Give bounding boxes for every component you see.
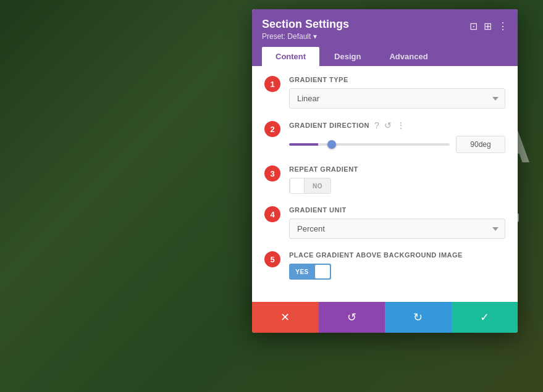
gradient-type-content: Gradient Type Linear Radial Conic [289,76,505,109]
slider-row [289,136,505,153]
more-options-icon[interactable]: ⋮ [498,20,508,32]
preset-selector[interactable]: Preset: Default ▾ [262,32,349,41]
modal-footer: ✕ ↺ ↻ ✓ [252,302,518,333]
place-gradient-content: Place Gradient Above Background Image YE… [289,251,505,280]
gradient-direction-field: 2 Gradient Direction ? ↺ ⋮ [264,121,505,153]
repeat-gradient-toggle[interactable]: NO [289,178,331,194]
toggle-no-label: NO [305,178,330,193]
gradient-direction-content: Gradient Direction ? ↺ ⋮ [289,121,505,153]
tab-design[interactable]: Design [321,47,374,66]
place-gradient-field: 5 Place Gradient Above Background Image … [264,251,505,280]
repeat-gradient-label: Repeat Gradient [289,165,505,173]
place-gradient-toggle-row: YES [289,264,505,280]
preset-arrow-icon: ▾ [313,32,317,41]
gradient-unit-select[interactable]: Percent Pixel [289,219,505,239]
help-icon[interactable]: ? [374,121,379,130]
modal-content: 1 Gradient Type Linear Radial Conic 2 Gr… [252,66,518,302]
step-badge-2: 2 [264,121,280,137]
gradient-type-field: 1 Gradient Type Linear Radial Conic [264,76,505,109]
toggle-active-thumb [315,265,330,278]
step-badge-1: 1 [264,76,280,92]
repeat-gradient-content: Repeat Gradient NO [289,165,505,194]
repeat-gradient-field: 3 Repeat Gradient NO [264,165,505,194]
place-gradient-toggle[interactable]: YES [289,264,331,280]
gradient-unit-field: 4 Gradient Unit Percent Pixel [264,206,505,239]
step-badge-3: 3 [264,165,280,181]
step-badge-4: 4 [264,206,280,222]
save-button[interactable]: ✓ [452,302,518,333]
reset-icon[interactable]: ↺ [384,121,392,130]
step-col-2: 2 [264,121,285,137]
gradient-direction-label-row: Gradient Direction ? ↺ ⋮ [289,121,505,130]
preset-label: Preset: Default [262,32,311,41]
gradient-unit-content: Gradient Unit Percent Pixel [289,206,505,239]
gradient-unit-label: Gradient Unit [289,206,505,214]
step-col-3: 3 [264,165,285,181]
modal-title: Section Settings [262,18,349,31]
step-col-4: 4 [264,206,285,222]
layout-icon[interactable]: ⊞ [484,20,492,32]
step-col-1: 1 [264,76,285,92]
place-gradient-label: Place Gradient Above Background Image [289,251,505,259]
gradient-direction-input[interactable] [456,136,505,153]
modal-header-icons: ⊡ ⊞ ⋮ [469,20,508,32]
cancel-button[interactable]: ✕ [252,302,319,333]
step-badge-5: 5 [264,251,280,267]
tab-advanced[interactable]: Advanced [376,47,441,66]
toggle-thumb [290,178,305,193]
toggle-yes-label: YES [289,269,315,275]
more-direction-icon[interactable]: ⋮ [397,121,405,130]
section-settings-modal: Section Settings Preset: Default ▾ ⊡ ⊞ ⋮… [252,9,518,333]
repeat-gradient-toggle-row: NO [289,178,505,194]
modal-header-left: Section Settings Preset: Default ▾ [262,18,349,41]
undo-button[interactable]: ↺ [319,302,385,333]
modal-tabs: Content Design Advanced [252,47,518,66]
fullscreen-icon[interactable]: ⊡ [469,20,478,32]
gradient-type-label: Gradient Type [289,76,505,83]
gradient-type-select[interactable]: Linear Radial Conic [289,88,505,109]
modal-header: Section Settings Preset: Default ▾ ⊡ ⊞ ⋮ [252,9,518,47]
step-col-5: 5 [264,251,285,267]
gradient-direction-label: Gradient Direction [289,122,369,129]
tab-content[interactable]: Content [262,47,319,66]
redo-button[interactable]: ↻ [385,302,452,333]
gradient-direction-slider[interactable] [289,143,450,146]
